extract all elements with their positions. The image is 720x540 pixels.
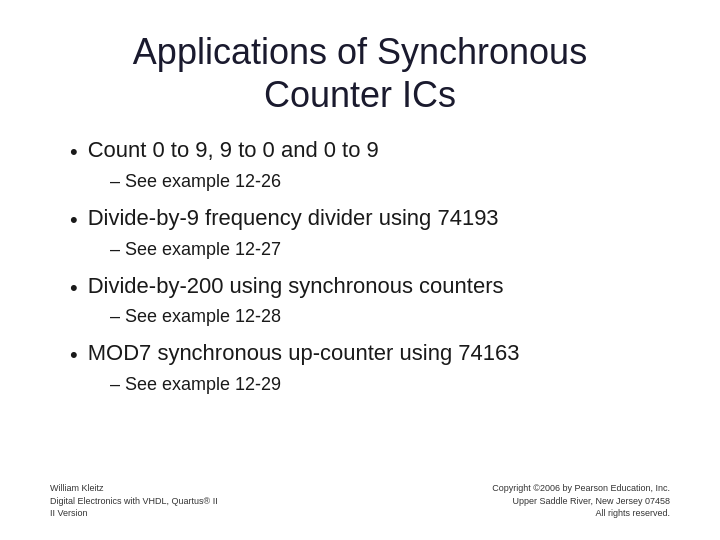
footer-left: William Kleitz Digital Electronics with … [50,482,218,520]
bullet-dot-4: • [70,341,78,370]
bullet-dot-2: • [70,206,78,235]
author-name: William Kleitz [50,483,104,493]
bullet-sub-1: – See example 12-26 [70,171,670,192]
copyright-line1: Copyright ©2006 by Pearson Education, In… [492,483,670,493]
bullet-text-3: Divide-by-200 using synchronous counters [88,272,504,301]
bullet-text-4: MOD7 synchronous up-counter using 74163 [88,339,520,368]
bullet-sub-2: – See example 12-27 [70,239,670,260]
title-line2: Counter ICs [264,74,456,115]
bullet-item-3: • Divide-by-200 using synchronous counte… [70,272,670,328]
content-area: • Count 0 to 9, 9 to 0 and 0 to 9 – See … [50,136,670,474]
footer-right: Copyright ©2006 by Pearson Education, In… [492,482,670,520]
bullet-sub-4: – See example 12-29 [70,374,670,395]
bullet-text-1: Count 0 to 9, 9 to 0 and 0 to 9 [88,136,379,165]
bullet-item-4: • MOD7 synchronous up-counter using 7416… [70,339,670,395]
bullet-text-2: Divide-by-9 frequency divider using 7419… [88,204,499,233]
bullet-item-1: • Count 0 to 9, 9 to 0 and 0 to 9 – See … [70,136,670,192]
author-book-line1: Digital Electronics with VHDL, Quartus® … [50,496,218,506]
bullet-main-4: • MOD7 synchronous up-counter using 7416… [70,339,670,370]
bullet-sub-3: – See example 12-28 [70,306,670,327]
author-book-line2: II Version [50,508,88,518]
bullet-dot-1: • [70,138,78,167]
copyright-line3: All rights reserved. [595,508,670,518]
bullet-main-2: • Divide-by-9 frequency divider using 74… [70,204,670,235]
slide-container: Applications of Synchronous Counter ICs … [0,0,720,540]
bullet-main-3: • Divide-by-200 using synchronous counte… [70,272,670,303]
slide-title: Applications of Synchronous Counter ICs [50,30,670,116]
copyright-line2: Upper Saddle River, New Jersey 07458 [512,496,670,506]
title-line1: Applications of Synchronous [133,31,587,72]
bullet-dot-3: • [70,274,78,303]
bullet-main-1: • Count 0 to 9, 9 to 0 and 0 to 9 [70,136,670,167]
footer: William Kleitz Digital Electronics with … [50,474,670,520]
bullet-item-2: • Divide-by-9 frequency divider using 74… [70,204,670,260]
